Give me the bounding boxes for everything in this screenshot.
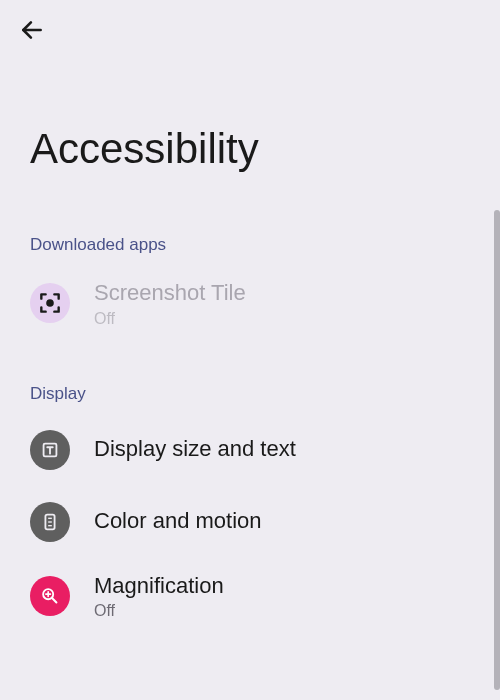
item-color-motion[interactable]: Color and motion (0, 486, 500, 558)
section-header-downloaded: Downloaded apps (0, 223, 500, 265)
item-title: Screenshot Tile (94, 279, 246, 308)
scrollbar[interactable] (494, 210, 500, 690)
item-text: Magnification Off (94, 572, 224, 621)
item-subtitle: Off (94, 310, 246, 328)
text-size-icon (30, 430, 70, 470)
arrow-left-icon (19, 17, 45, 43)
screenshot-tile-icon (30, 283, 70, 323)
back-button[interactable] (18, 16, 46, 44)
item-display-size-text[interactable]: Display size and text (0, 414, 500, 486)
item-magnification[interactable]: Magnification Off (0, 558, 500, 635)
item-screenshot-tile[interactable]: Screenshot Tile Off (0, 265, 500, 342)
color-motion-icon (30, 502, 70, 542)
item-subtitle: Off (94, 602, 224, 620)
section-header-display: Display (0, 372, 500, 414)
item-title: Display size and text (94, 435, 296, 464)
page-title: Accessibility (0, 60, 500, 223)
item-text: Display size and text (94, 435, 296, 464)
item-text: Color and motion (94, 507, 262, 536)
item-title: Magnification (94, 572, 224, 601)
header (0, 0, 500, 60)
svg-line-8 (52, 598, 56, 602)
item-text: Screenshot Tile Off (94, 279, 246, 328)
svg-point-1 (46, 300, 54, 308)
item-title: Color and motion (94, 507, 262, 536)
magnification-icon (30, 576, 70, 616)
